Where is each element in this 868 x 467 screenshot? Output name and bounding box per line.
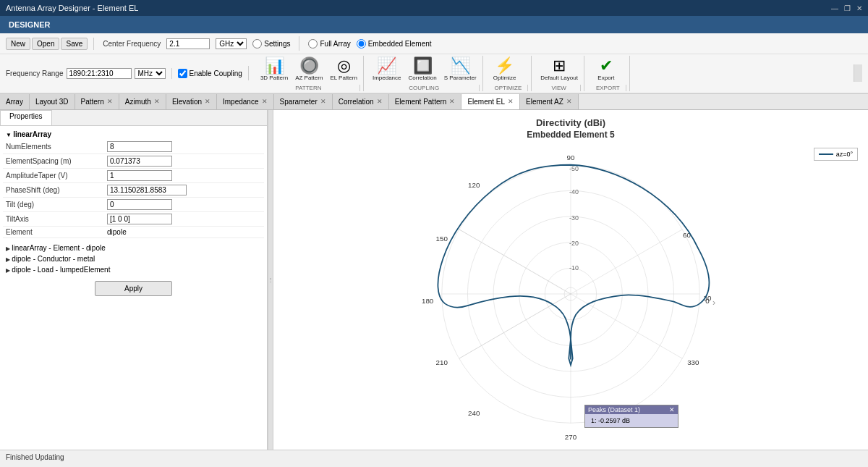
tree-item-linear-element[interactable]: linearArray - Element - dipole xyxy=(3,243,264,253)
minimize-btn[interactable]: — xyxy=(831,4,838,12)
correlation-button[interactable]: 🔲 Correlation xyxy=(406,56,440,83)
toolbar-scroll xyxy=(854,64,862,82)
svg-text:270: 270 xyxy=(565,432,577,440)
close-element-az-tab[interactable]: ✕ xyxy=(566,98,572,105)
freq-range-label: Frequency Range xyxy=(6,70,64,77)
peaks-title: Peaks (Dataset 1) ✕ xyxy=(585,405,678,414)
prop-value-phaseshift[interactable] xyxy=(107,185,187,195)
close-pattern-tab[interactable]: ✕ xyxy=(107,98,113,105)
legend-line xyxy=(819,153,833,155)
prop-label-numelements: NumElements xyxy=(3,140,104,154)
close-sparameter-tab[interactable]: ✕ xyxy=(320,98,326,105)
open-button[interactable]: Open xyxy=(32,38,59,50)
toolbar-inputs-row: New Open Save Center Frequency GHz MHz S… xyxy=(0,33,868,54)
prop-value-tilt[interactable] xyxy=(107,199,172,210)
new-button[interactable]: New xyxy=(6,38,30,50)
prop-label-amplitudetaper: AmplitudeTaper (V) xyxy=(3,168,104,182)
svg-text:180: 180 xyxy=(422,297,434,305)
close-elevation-tab[interactable]: ✕ xyxy=(205,98,210,105)
prop-row-amplitudetaper: AmplitudeTaper (V) xyxy=(3,168,264,182)
freq-range-unit-select[interactable]: MHz GHz xyxy=(135,68,166,79)
apply-button[interactable]: Apply xyxy=(95,281,172,296)
tab-element-pattern[interactable]: Element Pattern✕ xyxy=(389,94,462,109)
chart-subtitle: Embedded Element 5 xyxy=(527,130,614,140)
center-freq-input[interactable] xyxy=(166,38,210,49)
pattern-3d-button[interactable]: 📊 3D Pattern xyxy=(258,56,291,83)
chevron-right: › xyxy=(712,298,715,308)
tree-root-lineararray[interactable]: linearArray xyxy=(3,129,264,140)
tab-correlation[interactable]: Correlation✕ xyxy=(333,94,389,109)
prop-row-elementspacing: ElementSpacing (m) xyxy=(3,153,264,168)
tree-children: linearArray - Element - dipole dipole - … xyxy=(3,243,264,275)
peaks-value: 1: -0.2597 dB xyxy=(588,416,675,426)
toolbar-row2: Frequency Range MHz GHz Enable Coupling … xyxy=(0,54,868,93)
tree-item-dipole-conductor[interactable]: dipole - Conductor - metal xyxy=(3,253,264,264)
prop-value-amplitudetaper[interactable] xyxy=(107,170,172,181)
chart-title: Directivity (dBi) xyxy=(536,117,605,128)
resize-handle[interactable]: ⋮ xyxy=(268,110,273,450)
prop-row-element: Element dipole xyxy=(3,226,264,237)
app-title: Antenna Array Designer - Element EL xyxy=(6,4,138,12)
tab-elevation[interactable]: Elevation✕ xyxy=(166,94,217,109)
default-layout-button[interactable]: ⊞ Default Layout xyxy=(537,56,581,83)
titlebar: Antenna Array Designer - Element EL — ❐ … xyxy=(0,0,868,16)
designer-tab[interactable]: DESIGNER xyxy=(0,16,868,33)
restore-btn[interactable]: ❐ xyxy=(844,4,851,12)
svg-text:120: 120 xyxy=(468,181,480,189)
prop-label-element: Element xyxy=(3,226,104,237)
svg-text:-20: -20 xyxy=(569,240,579,247)
polar-chart-svg: -10 -20 -30 -40 -50 90 60 30 0 xyxy=(397,146,744,442)
tab-pattern[interactable]: Pattern✕ xyxy=(75,94,119,109)
properties-content: linearArray NumElements ElementSpacing (… xyxy=(0,126,267,450)
close-element-el-tab[interactable]: ✕ xyxy=(508,98,514,105)
svg-text:-10: -10 xyxy=(569,264,579,272)
full-array-radio[interactable]: Full Array xyxy=(308,39,350,49)
svg-text:0: 0 xyxy=(705,297,710,305)
export-button[interactable]: ✔ Export xyxy=(590,56,622,83)
sparameter-button[interactable]: 📉 S Parameter xyxy=(441,56,480,83)
properties-tabs: Properties xyxy=(0,110,267,126)
prop-value-numelements[interactable] xyxy=(107,141,172,152)
optimize-section: ⚡ Optimize OPTIMIZE xyxy=(486,56,532,91)
optimize-button[interactable]: ⚡ Optimize xyxy=(489,56,521,83)
view-section: ⊞ Default Layout VIEW xyxy=(535,56,584,91)
tabs-bar: Array Layout 3D Pattern✕ Azimuth✕ Elevat… xyxy=(0,94,868,110)
tab-element-el[interactable]: Element EL✕ xyxy=(461,94,520,110)
settings-radio[interactable]: Settings xyxy=(252,39,290,49)
right-panel: Directivity (dBi) Embedded Element 5 az=… xyxy=(273,110,868,450)
enable-coupling-checkbox[interactable] xyxy=(178,69,187,78)
center-freq-unit-select[interactable]: GHz MHz xyxy=(216,38,247,49)
tab-array[interactable]: Array xyxy=(0,94,30,109)
chart-container: -10 -20 -30 -40 -50 90 60 30 0 xyxy=(397,146,744,442)
close-btn[interactable]: ✕ xyxy=(856,4,862,12)
properties-tab[interactable]: Properties xyxy=(0,110,52,125)
tab-impedance[interactable]: Impedance✕ xyxy=(217,94,273,109)
save-button[interactable]: Save xyxy=(61,38,88,50)
impedance-button[interactable]: 📈 Impedance xyxy=(370,56,404,83)
properties-table: NumElements ElementSpacing (m) Amplitude… xyxy=(3,140,264,238)
tree-item-dipole-load[interactable]: dipole - Load - lumpedElement xyxy=(3,264,264,275)
tab-layout3d[interactable]: Layout 3D xyxy=(30,94,75,109)
peaks-box: Peaks (Dataset 1) ✕ 1: -0.2597 dB xyxy=(584,405,678,428)
close-impedance-tab[interactable]: ✕ xyxy=(262,98,268,105)
prop-value-elementspacing[interactable] xyxy=(107,156,172,167)
pattern-az-button[interactable]: 🔘 AZ Pattern xyxy=(292,56,326,83)
close-elem-pattern-tab[interactable]: ✕ xyxy=(449,98,455,105)
tab-azimuth[interactable]: Azimuth✕ xyxy=(119,94,166,109)
export-section: ✔ Export EXPORT xyxy=(587,56,630,91)
svg-text:210: 210 xyxy=(436,358,448,366)
close-correlation-tab[interactable]: ✕ xyxy=(377,98,383,105)
prop-row-numelements: NumElements xyxy=(3,140,264,154)
prop-value-tiltaxis[interactable] xyxy=(107,214,172,224)
tab-sparameter[interactable]: Sparameter✕ xyxy=(274,94,333,109)
prop-row-phaseshift: PhaseShift (deg) xyxy=(3,182,264,197)
freq-range-input[interactable] xyxy=(67,68,132,79)
embedded-element-radio[interactable]: Embedded Element xyxy=(357,39,432,49)
pattern-section: 📊 3D Pattern 🔘 AZ Pattern ◎ EL Pattern P… xyxy=(255,56,364,91)
close-azimuth-tab[interactable]: ✕ xyxy=(154,98,160,105)
tab-element-az[interactable]: Element AZ✕ xyxy=(520,94,579,109)
enable-coupling-checkbox-label[interactable]: Enable Coupling xyxy=(178,69,242,78)
pattern-el-button[interactable]: ◎ EL Pattern xyxy=(327,56,360,83)
svg-text:90: 90 xyxy=(567,153,575,161)
peaks-close-btn[interactable]: ✕ xyxy=(669,406,675,413)
